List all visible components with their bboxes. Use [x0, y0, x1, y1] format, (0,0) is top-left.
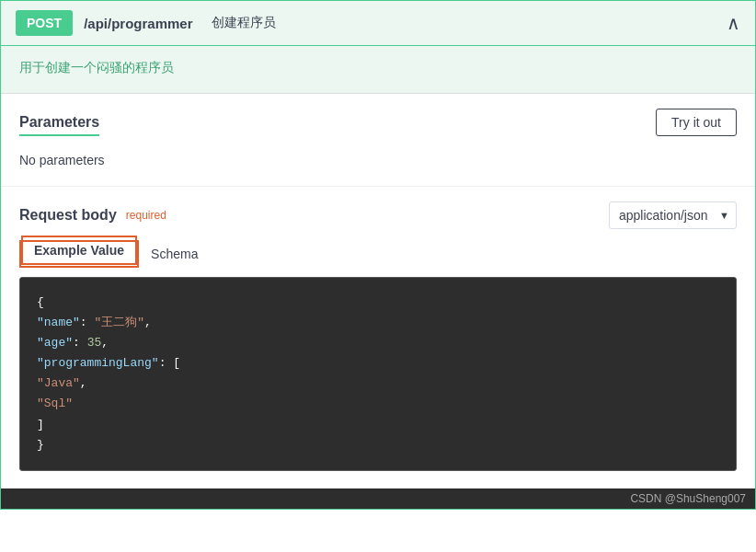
no-parameters-text: No parameters	[19, 144, 737, 171]
tab-schema[interactable]: Schema	[139, 240, 210, 268]
required-badge: required	[126, 209, 166, 222]
parameters-section: Parameters Try it out No parameters	[1, 94, 755, 187]
example-value-tab-wrapper: Example Value	[19, 240, 139, 268]
method-badge: POST	[16, 10, 73, 36]
code-line-6: "Sql"	[37, 394, 719, 414]
api-description-section: 用于创建一个闷骚的程序员	[1, 46, 755, 94]
tab-row: Example Value Schema	[19, 240, 737, 268]
watermark-text: CSDN @ShuSheng007	[630, 492, 746, 505]
code-line-1: {	[37, 293, 719, 313]
api-description-inline: 创建程序员	[212, 15, 276, 31]
code-line-2: "name": "王二狗",	[37, 313, 719, 333]
watermark: CSDN @ShuSheng007	[1, 489, 755, 509]
api-path: /api/programmer	[84, 16, 192, 31]
api-header-left: POST /api/programmer 创建程序员	[16, 10, 276, 36]
code-block: { "name": "王二狗", "age": 35, "programming…	[19, 277, 737, 471]
api-description-text: 用于创建一个闷骚的程序员	[19, 60, 174, 75]
code-line-4: "programmingLang": [	[37, 353, 719, 374]
api-header: POST /api/programmer 创建程序员 ∧	[1, 1, 755, 46]
code-line-5: "Java",	[37, 374, 719, 394]
code-line-8: }	[37, 435, 719, 455]
code-line-7: ]	[37, 415, 719, 435]
try-it-out-button[interactable]: Try it out	[656, 109, 737, 136]
parameters-title: Parameters	[19, 114, 99, 136]
request-body-title: Request body	[19, 207, 117, 224]
collapse-icon[interactable]: ∧	[727, 12, 740, 34]
tab-example-value[interactable]: Example Value	[21, 236, 137, 265]
request-body-section: Request body required application/json t…	[1, 187, 755, 489]
api-block: POST /api/programmer 创建程序员 ∧ 用于创建一个闷骚的程序…	[0, 0, 756, 510]
request-body-title-group: Request body required	[19, 207, 166, 224]
code-line-3: "age": 35,	[37, 333, 719, 353]
content-type-select[interactable]: application/json text/plain application/…	[609, 201, 737, 229]
parameters-header-row: Parameters Try it out	[19, 109, 737, 136]
request-body-header: Request body required application/json t…	[19, 201, 737, 229]
content-type-wrapper: application/json text/plain application/…	[609, 201, 737, 229]
